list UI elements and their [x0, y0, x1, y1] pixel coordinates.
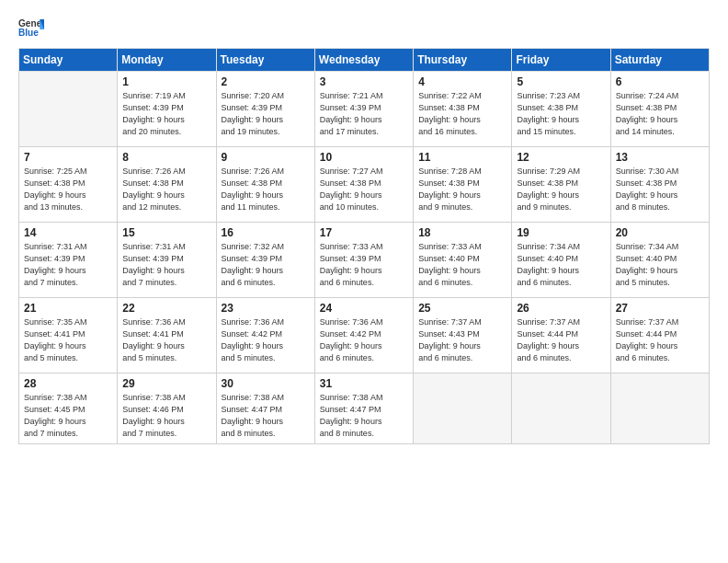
day-info: Sunrise: 7:36 AMSunset: 4:42 PMDaylight:…	[222, 316, 310, 364]
weekday-header-sunday: Sunday	[19, 49, 118, 72]
calendar-table: SundayMondayTuesdayWednesdayThursdayFrid…	[18, 48, 710, 444]
calendar-cell: 28Sunrise: 7:38 AMSunset: 4:45 PMDayligh…	[19, 373, 118, 444]
day-info: Sunrise: 7:36 AMSunset: 4:42 PMDaylight:…	[320, 316, 408, 364]
day-info: Sunrise: 7:29 AMSunset: 4:38 PMDaylight:…	[517, 166, 605, 213]
calendar-cell	[414, 373, 512, 444]
calendar-cell: 8Sunrise: 7:26 AMSunset: 4:38 PMDaylight…	[118, 147, 216, 223]
week-row-1: 7Sunrise: 7:25 AMSunset: 4:38 PMDaylight…	[19, 147, 710, 223]
day-number: 25	[418, 302, 506, 315]
day-number: 16	[222, 226, 310, 239]
day-number: 31	[320, 377, 408, 390]
day-info: Sunrise: 7:38 AMSunset: 4:47 PMDaylight:…	[222, 392, 310, 440]
day-number: 30	[222, 377, 310, 390]
day-number: 29	[122, 377, 210, 390]
day-info: Sunrise: 7:38 AMSunset: 4:45 PMDaylight:…	[24, 392, 112, 440]
calendar-cell: 14Sunrise: 7:31 AMSunset: 4:39 PMDayligh…	[19, 223, 118, 298]
day-number: 13	[616, 151, 704, 164]
calendar-cell: 19Sunrise: 7:34 AMSunset: 4:40 PMDayligh…	[512, 223, 610, 298]
weekday-header-monday: Monday	[118, 49, 216, 72]
calendar-cell	[512, 373, 610, 444]
calendar-cell: 17Sunrise: 7:33 AMSunset: 4:39 PMDayligh…	[314, 223, 413, 298]
svg-text:Blue: Blue	[18, 28, 39, 38]
day-number: 6	[616, 75, 704, 88]
day-info: Sunrise: 7:28 AMSunset: 4:38 PMDaylight:…	[418, 166, 506, 213]
day-number: 19	[517, 226, 605, 239]
week-row-2: 14Sunrise: 7:31 AMSunset: 4:39 PMDayligh…	[19, 223, 710, 298]
calendar-cell: 11Sunrise: 7:28 AMSunset: 4:38 PMDayligh…	[414, 147, 512, 223]
day-info: Sunrise: 7:30 AMSunset: 4:38 PMDaylight:…	[616, 166, 704, 213]
day-number: 11	[418, 151, 506, 164]
calendar-cell: 13Sunrise: 7:30 AMSunset: 4:38 PMDayligh…	[610, 147, 709, 223]
header: General Blue	[18, 17, 710, 42]
calendar-cell: 30Sunrise: 7:38 AMSunset: 4:47 PMDayligh…	[216, 373, 314, 444]
day-info: Sunrise: 7:31 AMSunset: 4:39 PMDaylight:…	[24, 241, 112, 289]
day-info: Sunrise: 7:33 AMSunset: 4:40 PMDaylight:…	[418, 241, 506, 289]
day-number: 5	[517, 75, 605, 88]
calendar-cell: 25Sunrise: 7:37 AMSunset: 4:43 PMDayligh…	[414, 298, 512, 373]
day-info: Sunrise: 7:20 AMSunset: 4:39 PMDaylight:…	[222, 90, 310, 138]
day-number: 23	[222, 302, 310, 315]
calendar-cell: 15Sunrise: 7:31 AMSunset: 4:39 PMDayligh…	[118, 223, 216, 298]
calendar-cell: 22Sunrise: 7:36 AMSunset: 4:41 PMDayligh…	[118, 298, 216, 373]
day-info: Sunrise: 7:37 AMSunset: 4:44 PMDaylight:…	[517, 316, 605, 364]
day-number: 17	[320, 226, 408, 239]
calendar-cell: 1Sunrise: 7:19 AMSunset: 4:39 PMDaylight…	[118, 72, 216, 147]
calendar-cell: 20Sunrise: 7:34 AMSunset: 4:40 PMDayligh…	[610, 223, 709, 298]
calendar-cell: 29Sunrise: 7:38 AMSunset: 4:46 PMDayligh…	[118, 373, 216, 444]
logo: General Blue	[18, 17, 44, 42]
day-info: Sunrise: 7:24 AMSunset: 4:38 PMDaylight:…	[616, 90, 704, 138]
day-info: Sunrise: 7:22 AMSunset: 4:38 PMDaylight:…	[418, 90, 506, 138]
weekday-header-friday: Friday	[512, 49, 610, 72]
day-info: Sunrise: 7:26 AMSunset: 4:38 PMDaylight:…	[222, 166, 310, 213]
calendar-cell: 9Sunrise: 7:26 AMSunset: 4:38 PMDaylight…	[216, 147, 314, 223]
day-number: 20	[616, 226, 704, 239]
day-number: 4	[418, 75, 506, 88]
calendar-cell	[19, 72, 118, 147]
day-info: Sunrise: 7:34 AMSunset: 4:40 PMDaylight:…	[616, 241, 704, 289]
day-number: 28	[24, 377, 112, 390]
calendar-cell: 16Sunrise: 7:32 AMSunset: 4:39 PMDayligh…	[216, 223, 314, 298]
day-number: 15	[122, 226, 210, 239]
day-info: Sunrise: 7:37 AMSunset: 4:44 PMDaylight:…	[616, 316, 704, 364]
day-info: Sunrise: 7:23 AMSunset: 4:38 PMDaylight:…	[517, 90, 605, 138]
day-info: Sunrise: 7:31 AMSunset: 4:39 PMDaylight:…	[122, 241, 210, 289]
day-number: 26	[517, 302, 605, 315]
day-info: Sunrise: 7:34 AMSunset: 4:40 PMDaylight:…	[517, 241, 605, 289]
page: General Blue SundayMondayTuesdayWednesda…	[0, 0, 728, 563]
calendar-cell: 18Sunrise: 7:33 AMSunset: 4:40 PMDayligh…	[414, 223, 512, 298]
day-info: Sunrise: 7:33 AMSunset: 4:39 PMDaylight:…	[320, 241, 408, 289]
calendar-cell: 23Sunrise: 7:36 AMSunset: 4:42 PMDayligh…	[216, 298, 314, 373]
calendar-cell: 4Sunrise: 7:22 AMSunset: 4:38 PMDaylight…	[414, 72, 512, 147]
day-info: Sunrise: 7:26 AMSunset: 4:38 PMDaylight:…	[122, 166, 210, 213]
day-number: 9	[222, 151, 310, 164]
calendar-cell: 2Sunrise: 7:20 AMSunset: 4:39 PMDaylight…	[216, 72, 314, 147]
day-info: Sunrise: 7:38 AMSunset: 4:46 PMDaylight:…	[122, 392, 210, 440]
day-info: Sunrise: 7:27 AMSunset: 4:38 PMDaylight:…	[320, 166, 408, 213]
day-number: 10	[320, 151, 408, 164]
weekday-header-wednesday: Wednesday	[314, 49, 413, 72]
day-number: 1	[122, 75, 210, 88]
calendar-cell: 5Sunrise: 7:23 AMSunset: 4:38 PMDaylight…	[512, 72, 610, 147]
day-info: Sunrise: 7:21 AMSunset: 4:39 PMDaylight:…	[320, 90, 408, 138]
day-info: Sunrise: 7:35 AMSunset: 4:41 PMDaylight:…	[24, 316, 112, 364]
day-number: 21	[24, 302, 112, 315]
calendar-cell: 10Sunrise: 7:27 AMSunset: 4:38 PMDayligh…	[314, 147, 413, 223]
calendar-cell: 31Sunrise: 7:38 AMSunset: 4:47 PMDayligh…	[314, 373, 413, 444]
weekday-header-thursday: Thursday	[414, 49, 512, 72]
day-number: 8	[122, 151, 210, 164]
logo-icon: General Blue	[18, 17, 44, 42]
day-info: Sunrise: 7:19 AMSunset: 4:39 PMDaylight:…	[122, 90, 210, 138]
day-info: Sunrise: 7:25 AMSunset: 4:38 PMDaylight:…	[24, 166, 112, 213]
calendar-cell: 6Sunrise: 7:24 AMSunset: 4:38 PMDaylight…	[610, 72, 709, 147]
day-info: Sunrise: 7:38 AMSunset: 4:47 PMDaylight:…	[320, 392, 408, 440]
day-info: Sunrise: 7:37 AMSunset: 4:43 PMDaylight:…	[418, 316, 506, 364]
day-number: 18	[418, 226, 506, 239]
week-row-3: 21Sunrise: 7:35 AMSunset: 4:41 PMDayligh…	[19, 298, 710, 373]
day-number: 3	[320, 75, 408, 88]
week-row-4: 28Sunrise: 7:38 AMSunset: 4:45 PMDayligh…	[19, 373, 710, 444]
calendar-cell	[610, 373, 709, 444]
weekday-header-saturday: Saturday	[610, 49, 709, 72]
day-info: Sunrise: 7:32 AMSunset: 4:39 PMDaylight:…	[222, 241, 310, 289]
weekday-header-row: SundayMondayTuesdayWednesdayThursdayFrid…	[19, 49, 710, 72]
day-number: 2	[222, 75, 310, 88]
